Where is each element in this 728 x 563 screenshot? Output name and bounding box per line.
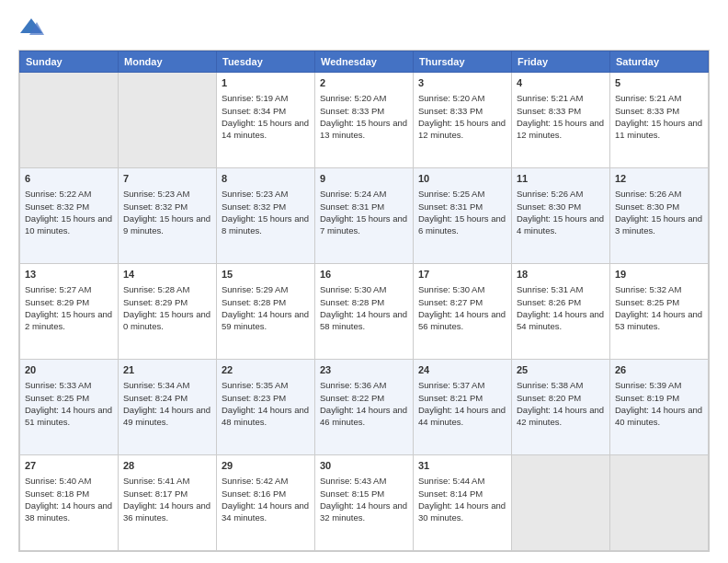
day-info: Sunrise: 5:20 AM (418, 92, 506, 104)
day-info: Sunset: 8:31 PM (418, 201, 506, 213)
day-info: Sunrise: 5:22 AM (25, 188, 113, 200)
day-info: Sunset: 8:17 PM (123, 488, 211, 500)
calendar-cell: 12Sunrise: 5:26 AMSunset: 8:30 PMDayligh… (610, 168, 709, 264)
day-info: Sunset: 8:21 PM (418, 392, 506, 404)
calendar-cell: 24Sunrise: 5:37 AMSunset: 8:21 PMDayligh… (414, 360, 512, 455)
day-info: Sunrise: 5:21 AM (615, 92, 703, 104)
day-number: 15 (222, 268, 310, 282)
day-info: Daylight: 14 hours and 58 minutes. (320, 308, 408, 333)
day-info: Sunrise: 5:44 AM (418, 475, 506, 487)
calendar-cell (20, 73, 119, 168)
day-info: Daylight: 14 hours and 51 minutes. (25, 404, 113, 429)
day-info: Sunrise: 5:41 AM (123, 475, 211, 487)
day-number: 2 (320, 76, 408, 90)
day-info: Sunset: 8:27 PM (418, 296, 506, 308)
day-info: Sunset: 8:30 PM (615, 201, 703, 213)
day-info: Sunset: 8:33 PM (517, 105, 605, 117)
calendar-cell (119, 73, 217, 168)
day-number: 5 (615, 76, 703, 90)
day-number: 12 (615, 172, 703, 186)
calendar-cell: 21Sunrise: 5:34 AMSunset: 8:24 PMDayligh… (119, 360, 217, 455)
day-info: Sunset: 8:29 PM (123, 296, 211, 308)
day-info: Sunset: 8:32 PM (25, 201, 113, 213)
calendar-cell: 8Sunrise: 5:23 AMSunset: 8:32 PMDaylight… (217, 168, 315, 264)
day-info: Sunrise: 5:20 AM (320, 92, 408, 104)
day-info: Daylight: 14 hours and 32 minutes. (320, 500, 408, 524)
calendar-cell: 29Sunrise: 5:42 AMSunset: 8:16 PMDayligh… (217, 455, 315, 551)
day-info: Sunrise: 5:39 AM (615, 379, 703, 391)
day-info: Sunset: 8:25 PM (615, 296, 703, 308)
calendar-cell: 14Sunrise: 5:28 AMSunset: 8:29 PMDayligh… (119, 264, 217, 360)
day-number: 1 (222, 76, 310, 90)
day-info: Sunrise: 5:23 AM (123, 188, 211, 200)
day-info: Sunset: 8:20 PM (517, 392, 605, 404)
calendar-cell: 27Sunrise: 5:40 AMSunset: 8:18 PMDayligh… (20, 455, 119, 551)
logo (18, 15, 48, 40)
col-header-monday: Monday (119, 52, 217, 73)
day-number: 24 (418, 363, 506, 377)
calendar-cell: 22Sunrise: 5:35 AMSunset: 8:23 PMDayligh… (217, 360, 315, 455)
calendar-cell: 5Sunrise: 5:21 AMSunset: 8:33 PMDaylight… (610, 73, 709, 168)
day-info: Sunset: 8:24 PM (123, 392, 211, 404)
day-info: Sunrise: 5:40 AM (25, 475, 113, 487)
day-info: Sunrise: 5:19 AM (222, 92, 310, 104)
day-info: Sunset: 8:23 PM (222, 392, 310, 404)
day-number: 3 (418, 76, 506, 90)
day-number: 7 (123, 172, 211, 186)
day-info: Daylight: 14 hours and 59 minutes. (222, 308, 310, 333)
day-info: Sunrise: 5:26 AM (615, 188, 703, 200)
day-info: Daylight: 15 hours and 3 minutes. (615, 213, 703, 237)
week-row-3: 20Sunrise: 5:33 AMSunset: 8:25 PMDayligh… (20, 360, 709, 455)
day-info: Sunrise: 5:28 AM (123, 283, 211, 295)
calendar-cell: 17Sunrise: 5:30 AMSunset: 8:27 PMDayligh… (414, 264, 512, 360)
day-info: Sunrise: 5:31 AM (517, 283, 605, 295)
day-info: Daylight: 14 hours and 54 minutes. (517, 308, 605, 333)
day-number: 19 (615, 268, 703, 282)
day-number: 30 (320, 459, 408, 473)
calendar-cell: 25Sunrise: 5:38 AMSunset: 8:20 PMDayligh… (512, 360, 610, 455)
day-info: Sunrise: 5:38 AM (517, 379, 605, 391)
day-info: Daylight: 14 hours and 53 minutes. (615, 308, 703, 333)
day-info: Sunset: 8:31 PM (320, 201, 408, 213)
day-number: 14 (123, 268, 211, 282)
day-info: Sunrise: 5:26 AM (517, 188, 605, 200)
day-info: Daylight: 14 hours and 48 minutes. (222, 404, 310, 429)
day-number: 9 (320, 172, 408, 186)
day-info: Daylight: 14 hours and 44 minutes. (418, 404, 506, 429)
day-number: 20 (25, 363, 113, 377)
day-info: Daylight: 15 hours and 7 minutes. (320, 213, 408, 237)
day-info: Sunset: 8:32 PM (123, 201, 211, 213)
day-info: Sunset: 8:33 PM (418, 105, 506, 117)
day-info: Sunrise: 5:34 AM (123, 379, 211, 391)
day-number: 22 (222, 363, 310, 377)
col-header-saturday: Saturday (610, 52, 709, 73)
calendar: SundayMondayTuesdayWednesdayThursdayFrid… (18, 50, 710, 552)
day-number: 4 (517, 76, 605, 90)
calendar-cell: 18Sunrise: 5:31 AMSunset: 8:26 PMDayligh… (512, 264, 610, 360)
day-number: 18 (517, 268, 605, 282)
day-info: Sunset: 8:15 PM (320, 488, 408, 500)
week-row-1: 6Sunrise: 5:22 AMSunset: 8:32 PMDaylight… (20, 168, 709, 264)
calendar-cell: 1Sunrise: 5:19 AMSunset: 8:34 PMDaylight… (217, 73, 315, 168)
day-number: 10 (418, 172, 506, 186)
day-info: Daylight: 14 hours and 56 minutes. (418, 308, 506, 333)
week-row-4: 27Sunrise: 5:40 AMSunset: 8:18 PMDayligh… (20, 455, 709, 551)
calendar-cell: 28Sunrise: 5:41 AMSunset: 8:17 PMDayligh… (119, 455, 217, 551)
day-info: Daylight: 15 hours and 12 minutes. (418, 117, 506, 142)
day-info: Daylight: 15 hours and 14 minutes. (222, 117, 310, 142)
day-info: Sunset: 8:30 PM (517, 201, 605, 213)
day-info: Sunset: 8:26 PM (517, 296, 605, 308)
day-info: Daylight: 15 hours and 2 minutes. (25, 308, 113, 333)
day-info: Daylight: 14 hours and 30 minutes. (418, 500, 506, 524)
day-info: Daylight: 14 hours and 36 minutes. (123, 500, 211, 524)
calendar-cell: 20Sunrise: 5:33 AMSunset: 8:25 PMDayligh… (20, 360, 119, 455)
day-info: Daylight: 14 hours and 38 minutes. (25, 500, 113, 524)
day-number: 31 (418, 459, 506, 473)
day-number: 29 (222, 459, 310, 473)
calendar-cell (610, 455, 709, 551)
day-info: Sunrise: 5:35 AM (222, 379, 310, 391)
calendar-cell: 15Sunrise: 5:29 AMSunset: 8:28 PMDayligh… (217, 264, 315, 360)
day-info: Daylight: 15 hours and 9 minutes. (123, 213, 211, 237)
day-info: Sunset: 8:28 PM (222, 296, 310, 308)
calendar-cell: 11Sunrise: 5:26 AMSunset: 8:30 PMDayligh… (512, 168, 610, 264)
